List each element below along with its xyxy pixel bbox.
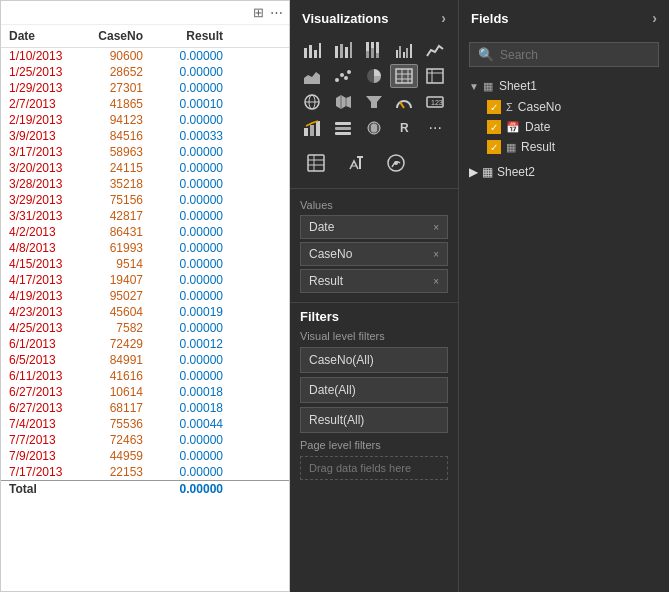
cell-result: 0.00000 bbox=[151, 449, 231, 463]
svg-marker-38 bbox=[366, 96, 382, 108]
viz-funnel[interactable] bbox=[360, 90, 388, 114]
field-date-checkbox[interactable] bbox=[487, 120, 501, 134]
table-row: 4/23/2013 45604 0.00019 bbox=[1, 304, 289, 320]
cell-caseno: 68117 bbox=[81, 401, 151, 415]
svg-rect-16 bbox=[403, 52, 405, 58]
date-chip-close[interactable]: × bbox=[433, 222, 439, 233]
field-date-label: Date bbox=[525, 120, 550, 134]
table-row: 3/28/2013 35218 0.00000 bbox=[1, 176, 289, 192]
cell-caseno: 84516 bbox=[81, 129, 151, 143]
viz-100pct-bar[interactable] bbox=[360, 38, 388, 62]
viz-fields-icon[interactable] bbox=[298, 148, 334, 178]
table-row: 1/25/2013 28652 0.00000 bbox=[1, 64, 289, 80]
field-result-label: Result bbox=[521, 140, 555, 154]
visualizations-chevron[interactable]: › bbox=[441, 10, 446, 26]
svg-rect-43 bbox=[310, 125, 314, 136]
cell-date: 2/19/2013 bbox=[1, 113, 81, 127]
field-caseno[interactable]: Σ CaseNo bbox=[467, 97, 661, 117]
field-result-type-icon: ▦ bbox=[506, 141, 516, 154]
svg-rect-13 bbox=[376, 42, 379, 53]
total-label: Total bbox=[1, 482, 81, 496]
col-header-caseno: CaseNo bbox=[81, 29, 151, 43]
viz-stacked-bar[interactable] bbox=[329, 38, 357, 62]
sheet1-header[interactable]: ▼ ▦ Sheet1 bbox=[467, 75, 661, 97]
search-icon: 🔍 bbox=[478, 47, 494, 62]
table-row: 4/17/2013 19407 0.00000 bbox=[1, 272, 289, 288]
expand-icon[interactable]: ⊞ bbox=[253, 5, 264, 20]
cell-result: 0.00000 bbox=[151, 113, 231, 127]
cell-date: 3/29/2013 bbox=[1, 193, 81, 207]
viz-area-chart[interactable] bbox=[298, 64, 326, 88]
page-level-label: Page level filters bbox=[300, 439, 448, 451]
viz-r-script[interactable]: R bbox=[390, 116, 418, 140]
value-chip-result[interactable]: Result × bbox=[300, 269, 448, 293]
value-chip-date[interactable]: Date × bbox=[300, 215, 448, 239]
filters-section: Filters Visual level filters CaseNo(All)… bbox=[290, 302, 458, 486]
cell-caseno: 86431 bbox=[81, 225, 151, 239]
value-chip-caseno[interactable]: CaseNo × bbox=[300, 242, 448, 266]
svg-point-21 bbox=[340, 73, 344, 77]
caseno-chip-close[interactable]: × bbox=[433, 249, 439, 260]
field-date[interactable]: 📅 Date bbox=[467, 117, 661, 137]
viz-map[interactable] bbox=[298, 90, 326, 114]
cell-caseno: 72429 bbox=[81, 337, 151, 351]
cell-date: 4/19/2013 bbox=[1, 289, 81, 303]
viz-gauge[interactable] bbox=[390, 90, 418, 114]
svg-rect-30 bbox=[427, 69, 443, 83]
cell-caseno: 44959 bbox=[81, 449, 151, 463]
field-caseno-checkbox[interactable] bbox=[487, 100, 501, 114]
viz-slicer[interactable] bbox=[329, 116, 357, 140]
viz-pie-chart[interactable] bbox=[360, 64, 388, 88]
sheet2-header[interactable]: ▶ ▦ Sheet2 bbox=[467, 161, 661, 183]
fields-chevron[interactable]: › bbox=[652, 10, 657, 26]
field-result-checkbox[interactable] bbox=[487, 140, 501, 154]
result-chip-close[interactable]: × bbox=[433, 276, 439, 287]
cell-result: 0.00000 bbox=[151, 161, 231, 175]
svg-rect-1 bbox=[309, 45, 312, 58]
viz-clustered-col[interactable] bbox=[390, 38, 418, 62]
cell-caseno: 84991 bbox=[81, 353, 151, 367]
cell-caseno: 27301 bbox=[81, 81, 151, 95]
cell-caseno: 35218 bbox=[81, 177, 151, 191]
sheet1-name: Sheet1 bbox=[499, 79, 537, 93]
filter-chip-caseno[interactable]: CaseNo(All) bbox=[300, 347, 448, 373]
sheet1-arrow: ▼ bbox=[469, 81, 479, 92]
viz-scatter[interactable] bbox=[329, 64, 357, 88]
fields-title: Fields bbox=[471, 11, 509, 26]
cell-result: 0.00000 bbox=[151, 289, 231, 303]
sheet2-arrow: ▶ bbox=[469, 165, 478, 179]
viz-kpi[interactable] bbox=[298, 116, 326, 140]
table-row: 6/27/2013 10614 0.00018 bbox=[1, 384, 289, 400]
viz-table[interactable] bbox=[390, 64, 418, 88]
search-input[interactable] bbox=[500, 48, 650, 62]
fields-panel: Fields › 🔍 ▼ ▦ Sheet1 Σ CaseNo 📅 bbox=[459, 0, 669, 592]
cell-result: 0.00000 bbox=[151, 65, 231, 79]
viz-more[interactable]: ··· bbox=[421, 116, 449, 140]
filter-chip-result[interactable]: Result(All) bbox=[300, 407, 448, 433]
viz-analytics-icon[interactable] bbox=[378, 148, 414, 178]
viz-line-chart[interactable] bbox=[421, 38, 449, 62]
svg-rect-6 bbox=[345, 47, 348, 58]
viz-matrix[interactable] bbox=[421, 64, 449, 88]
svg-rect-5 bbox=[340, 44, 343, 58]
visualizations-panel: Visualizations › bbox=[290, 0, 459, 592]
cell-date: 7/9/2013 bbox=[1, 449, 81, 463]
field-result[interactable]: ▦ Result bbox=[467, 137, 661, 157]
viz-format-icon[interactable] bbox=[338, 148, 374, 178]
svg-rect-42 bbox=[304, 128, 308, 136]
more-options-icon[interactable]: ⋯ bbox=[270, 5, 283, 20]
table-row: 2/19/2013 94123 0.00000 bbox=[1, 112, 289, 128]
svg-line-39 bbox=[400, 102, 404, 108]
search-box[interactable]: 🔍 bbox=[469, 42, 659, 67]
viz-card[interactable]: 123 bbox=[421, 90, 449, 114]
table-row: 7/17/2013 22153 0.00000 bbox=[1, 464, 289, 480]
viz-bar-chart[interactable] bbox=[298, 38, 326, 62]
viz-shape-map[interactable] bbox=[360, 116, 388, 140]
filter-chip-date[interactable]: Date(All) bbox=[300, 377, 448, 403]
sheet2-name: Sheet2 bbox=[497, 165, 535, 179]
viz-filled-map[interactable] bbox=[329, 90, 357, 114]
fields-header: Fields › bbox=[459, 0, 669, 34]
cell-result: 0.00000 bbox=[151, 257, 231, 271]
viz-divider bbox=[290, 188, 458, 189]
cell-caseno: 24115 bbox=[81, 161, 151, 175]
